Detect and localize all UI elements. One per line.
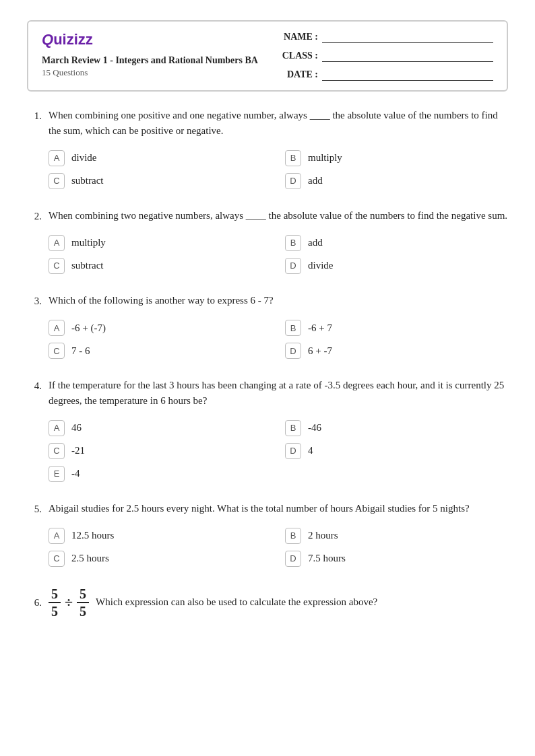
option-d: Ddivide	[285, 258, 508, 274]
option-label-c: C	[49, 443, 65, 459]
option-text-c: subtract	[71, 175, 103, 186]
date-label: DATE :	[278, 69, 318, 80]
quiz-subtitle: 15 Questions	[42, 67, 258, 78]
option-d: D6 + -7	[285, 343, 508, 359]
option-a: Adivide	[49, 150, 272, 166]
q6-fraction-area: 5 5 ÷ 5 5	[49, 586, 89, 619]
option-label-b: B	[285, 420, 301, 436]
option-label-d: D	[285, 443, 301, 459]
option-a: A46	[49, 420, 272, 436]
question-2-block: 2.When combining two negative numbers, a…	[27, 208, 508, 274]
header-right: NAME : CLASS : DATE :	[278, 31, 493, 81]
question-3-block: 3.Which of the following is another way …	[27, 293, 508, 359]
option-label-e: E	[49, 466, 65, 482]
question-6-block: 6. 5 5 ÷ 5 5 Which expression can also b…	[27, 586, 508, 619]
option-text-c: -21	[71, 445, 85, 456]
question-5-text-row: 5.Abigail studies for 2.5 hours every ni…	[27, 501, 508, 517]
option-a: Amultiply	[49, 235, 272, 251]
question-4-block: 4.If the temperature for the last 3 hour…	[27, 378, 508, 482]
fraction-numerator: 5	[49, 586, 61, 603]
question-1-body: When combining one positive and one nega…	[49, 108, 508, 139]
question-2-text-row: 2.When combining two negative numbers, a…	[27, 208, 508, 224]
quiz-title: March Review 1 - Integers and Rational N…	[42, 54, 258, 67]
option-label-a: A	[49, 320, 65, 336]
name-line	[322, 31, 493, 43]
option-label-b: B	[285, 528, 301, 544]
q6-fraction: 5 5	[49, 586, 61, 619]
option-label-c: C	[49, 258, 65, 274]
option-text-a: 46	[71, 422, 82, 434]
option-text-b: -46	[308, 422, 321, 434]
question-4-body: If the temperature for the last 3 hours …	[49, 378, 508, 409]
option-text-c: 2.5 hours	[71, 553, 109, 564]
question-2-num: 2.	[27, 208, 42, 224]
header-left: Quizizz March Review 1 - Integers and Ra…	[42, 31, 258, 78]
option-text-d: 6 + -7	[308, 345, 332, 357]
option-d: Dadd	[285, 173, 508, 189]
option-text-a: -6 + (-7)	[71, 322, 106, 334]
fraction2-denominator: 5	[77, 603, 89, 619]
option-b: B2 hours	[285, 528, 508, 544]
question-4-text-row: 4.If the temperature for the last 3 hour…	[27, 378, 508, 409]
option-text-b: multiply	[308, 152, 342, 164]
option-label-a: A	[49, 528, 65, 544]
question-4-num: 4.	[27, 378, 42, 409]
option-label-b: B	[285, 150, 301, 166]
option-label-b: B	[285, 320, 301, 336]
q6-text: Which expression can also be used to cal…	[96, 594, 377, 610]
option-label-d: D	[285, 551, 301, 567]
option-e-row: E-4	[27, 466, 508, 482]
question-2-options: AmultiplyBaddCsubtractDdivide	[27, 235, 508, 274]
option-text-b: add	[308, 237, 323, 248]
class-line	[322, 50, 493, 62]
option-b: B-6 + 7	[285, 320, 508, 336]
class-field-row: CLASS :	[278, 50, 493, 62]
question-1-num: 1.	[27, 108, 42, 139]
question-1-block: 1.When combining one positive and one ne…	[27, 108, 508, 189]
name-field-row: NAME :	[278, 31, 493, 43]
option-label-a: A	[49, 150, 65, 166]
question-3-text-row: 3.Which of the following is another way …	[27, 293, 508, 309]
option-text-b: 2 hours	[308, 530, 338, 541]
option-label-d: D	[285, 258, 301, 274]
option-text-a: divide	[71, 152, 97, 164]
option-text-d: 4	[308, 445, 313, 456]
option-text-c: subtract	[71, 260, 103, 271]
question-5-num: 5.	[27, 501, 42, 517]
option-label-a: A	[49, 235, 65, 251]
option-a: A12.5 hours	[49, 528, 272, 544]
page: Quizizz March Review 1 - Integers and Ra…	[0, 0, 535, 658]
question-4-options: A46B-46C-21D4	[27, 420, 508, 459]
question-1-text-row: 1.When combining one positive and one ne…	[27, 108, 508, 139]
option-text-b: -6 + 7	[308, 322, 332, 334]
question-1-options: AdivideBmultiplyCsubtractDadd	[27, 150, 508, 189]
q6-num: 6.	[27, 596, 42, 609]
date-field-row: DATE :	[278, 69, 493, 81]
option-label-d: D	[285, 343, 301, 359]
question-5-block: 5.Abigail studies for 2.5 hours every ni…	[27, 501, 508, 567]
fraction2-numerator: 5	[77, 586, 89, 603]
option-label-c: C	[49, 551, 65, 567]
option-text-d: 7.5 hours	[308, 553, 346, 564]
option-text-d: divide	[308, 260, 334, 271]
option-label-b: B	[285, 235, 301, 251]
q-letter: Q	[42, 31, 53, 48]
class-label: CLASS :	[278, 50, 318, 61]
option-d: D7.5 hours	[285, 551, 508, 567]
option-label-c: C	[49, 173, 65, 189]
division-dot: ÷	[65, 594, 73, 611]
option-c: C2.5 hours	[49, 551, 272, 567]
option-text-d: add	[308, 175, 323, 186]
option-c: C-21	[49, 443, 272, 459]
option-b: Badd	[285, 235, 508, 251]
fraction-denominator: 5	[49, 603, 61, 619]
option-c: C7 - 6	[49, 343, 272, 359]
header-box: Quizizz March Review 1 - Integers and Ra…	[27, 20, 508, 92]
option-b: Bmultiply	[285, 150, 508, 166]
question-3-num: 3.	[27, 293, 42, 309]
option-label-c: C	[49, 343, 65, 359]
question-5-options: A12.5 hoursB2 hoursC2.5 hoursD7.5 hours	[27, 528, 508, 567]
option-text-a: 12.5 hours	[71, 530, 114, 541]
option-text-e: -4	[71, 468, 80, 479]
option-c: Csubtract	[49, 258, 272, 274]
